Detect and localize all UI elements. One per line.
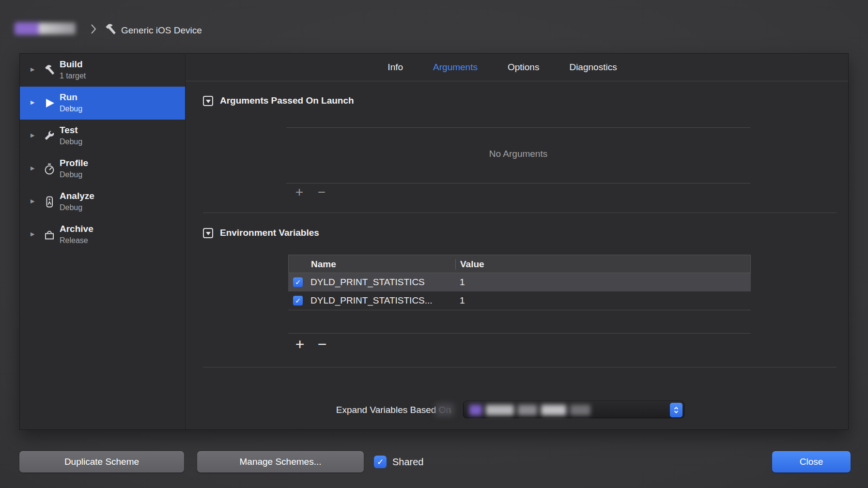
analyze-icon <box>41 193 58 211</box>
divider <box>203 213 837 213</box>
sidebar-item-run[interactable]: ▶ Run Debug <box>20 87 185 120</box>
scheme-editor-sheet: ▶ Build 1 target ▶ Run Debug ▶ <box>19 53 849 430</box>
section-disclosure-icon[interactable] <box>203 228 213 238</box>
env-table-header: Name Value <box>288 255 751 273</box>
tab-arguments[interactable]: Arguments <box>433 62 478 73</box>
arguments-section-header: Arguments Passed On Launch <box>203 95 354 106</box>
section-title: Arguments Passed On Launch <box>220 95 354 106</box>
play-icon <box>41 94 58 112</box>
duplicate-scheme-button[interactable]: Duplicate Scheme <box>19 451 184 473</box>
manage-schemes-button[interactable]: Manage Schemes... <box>197 451 364 473</box>
add-argument-button[interactable]: + <box>292 184 307 200</box>
disclosure-triangle-icon[interactable]: ▶ <box>31 165 34 171</box>
popup-stepper-icon[interactable] <box>670 403 682 417</box>
scheme-chip-gray <box>39 23 76 34</box>
sidebar-item-sublabel: 1 target <box>60 71 86 81</box>
column-divider <box>455 259 456 270</box>
hammer-icon <box>104 22 117 37</box>
section-disclosure-icon[interactable] <box>203 96 213 106</box>
chevron-right-icon <box>90 23 97 35</box>
disclosure-triangle-icon[interactable]: ▶ <box>31 198 34 204</box>
redaction-smudge <box>435 403 454 416</box>
table-row[interactable]: ✓ DYLD_PRINT_STATISTICS... 1 <box>288 291 751 310</box>
sidebar-item-label: Test <box>60 124 82 137</box>
scheme-detail-panel: Info Arguments Options Diagnostics Argum… <box>186 54 848 429</box>
arguments-actions: + − <box>292 184 329 200</box>
row-checkbox[interactable]: ✓ <box>293 277 303 287</box>
disclosure-triangle-icon[interactable]: ▶ <box>31 66 34 73</box>
sidebar-item-sublabel: Debug <box>60 169 88 180</box>
archive-icon <box>41 226 58 244</box>
scheme-actions-sidebar: ▶ Build 1 target ▶ Run Debug ▶ <box>20 54 186 429</box>
disclosure-triangle-icon[interactable]: ▶ <box>31 99 34 106</box>
tab-bar: Info Arguments Options Diagnostics <box>186 54 848 81</box>
sidebar-item-sublabel: Release <box>60 235 93 245</box>
column-header-value: Value <box>460 259 484 270</box>
popup-redacted-content <box>469 405 590 415</box>
sidebar-item-sublabel: Debug <box>60 202 94 213</box>
env-table-empty-area <box>288 310 751 334</box>
env-variables-table: Name Value ✓ DYLD_PRINT_STATISTICS 1 ✓ D… <box>288 255 751 334</box>
sidebar-item-label: Analyze <box>60 190 94 202</box>
tab-options[interactable]: Options <box>508 62 539 73</box>
disclosure-triangle-icon[interactable]: ▶ <box>31 132 34 138</box>
section-title: Environment Variables <box>220 228 319 238</box>
sidebar-item-analyze[interactable]: ▶ Analyze Debug <box>20 185 185 218</box>
hammer-icon <box>41 61 58 79</box>
empty-arguments-text: No Arguments <box>286 149 750 159</box>
sidebar-item-label: Archive <box>60 223 93 235</box>
divider <box>286 183 750 183</box>
shared-checkbox-label: Shared <box>392 456 424 468</box>
scheme-selector-redacted[interactable] <box>15 21 76 36</box>
sidebar-item-test[interactable]: ▶ Test Debug <box>20 120 185 152</box>
env-name[interactable]: DYLD_PRINT_STATISTICS <box>310 277 425 288</box>
disclosure-triangle-icon[interactable]: ▶ <box>31 231 34 237</box>
divider <box>286 127 750 128</box>
sidebar-item-build[interactable]: ▶ Build 1 target <box>20 54 185 87</box>
tab-info[interactable]: Info <box>388 62 403 73</box>
sidebar-item-label: Build <box>60 58 86 71</box>
env-value[interactable]: 1 <box>460 295 465 306</box>
shared-checkbox[interactable]: ✓ <box>374 456 387 468</box>
divider <box>203 367 837 367</box>
destination-label: Generic iOS Device <box>121 24 202 37</box>
wrench-icon <box>41 127 58 145</box>
sidebar-item-label: Profile <box>60 157 88 169</box>
remove-env-variable-button[interactable]: − <box>314 336 330 353</box>
env-section-header: Environment Variables <box>203 228 319 238</box>
sidebar-item-sublabel: Debug <box>60 104 82 114</box>
sidebar-item-sublabel: Debug <box>60 137 82 147</box>
env-value[interactable]: 1 <box>460 277 465 288</box>
table-row[interactable]: ✓ DYLD_PRINT_STATISTICS 1 <box>288 273 751 291</box>
env-name[interactable]: DYLD_PRINT_STATISTICS... <box>310 295 433 306</box>
add-env-variable-button[interactable]: + <box>292 336 308 353</box>
env-actions: + − <box>292 336 330 353</box>
column-header-name: Name <box>311 259 336 270</box>
close-button[interactable]: Close <box>772 451 851 473</box>
sidebar-item-profile[interactable]: ▶ Profile Debug <box>20 152 185 185</box>
gauge-icon <box>41 160 58 178</box>
remove-argument-button[interactable]: − <box>314 184 329 200</box>
sidebar-item-label: Run <box>60 91 82 104</box>
scheme-chip-purple <box>15 22 41 35</box>
tab-diagnostics[interactable]: Diagnostics <box>569 62 617 73</box>
row-checkbox[interactable]: ✓ <box>293 296 303 305</box>
expand-variables-label: Expand Variables Based On <box>263 405 451 415</box>
sidebar-item-archive[interactable]: ▶ Archive Release <box>20 218 185 251</box>
expand-variables-popup[interactable] <box>463 401 684 418</box>
